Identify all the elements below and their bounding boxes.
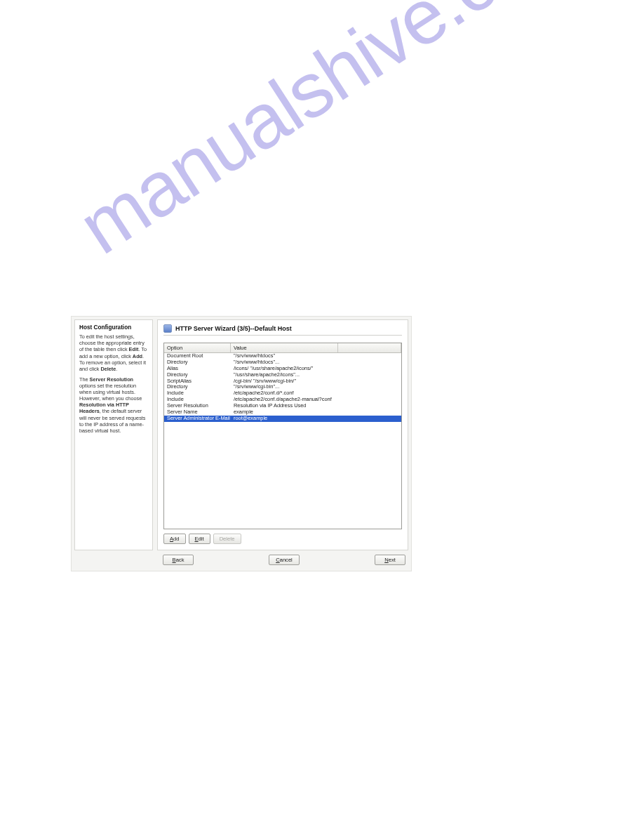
- column-header-value[interactable]: Value: [231, 343, 338, 352]
- cell-option: Directory: [164, 372, 231, 378]
- table-header-row: Option Value: [164, 343, 401, 353]
- table-row[interactable]: Server Administrator E-Mailroot@example: [164, 416, 401, 422]
- server-icon: [163, 324, 172, 333]
- table-row[interactable]: Directory"/usr/share/apache2/icons"...: [164, 372, 401, 378]
- cell-option: Server Name: [164, 409, 231, 416]
- main-row: Host Configuration To edit the host sett…: [72, 317, 411, 550]
- sidebar-bold-add: Add: [133, 353, 142, 359]
- cell-value: example: [231, 409, 401, 416]
- delete-button: Delete: [213, 534, 241, 544]
- sidebar-para-1: To edit the host settings, choose the ap…: [79, 333, 148, 372]
- cell-option: ScriptAlias: [164, 378, 231, 385]
- table-row[interactable]: Document Root"/srv/www/htdocs": [164, 353, 401, 359]
- cell-value: "/srv/www/htdocs"...: [231, 359, 401, 366]
- edit-button[interactable]: Edit: [189, 534, 210, 544]
- help-sidebar: Host Configuration To edit the host sett…: [74, 319, 153, 550]
- cell-value: "/usr/share/apache2/icons"...: [231, 372, 401, 378]
- table-row[interactable]: Server ResolutionResolution via IP Addre…: [164, 403, 401, 409]
- content-header: HTTP Server Wizard (3/5)--Default Host: [163, 324, 402, 336]
- table-row[interactable]: Include/etc/apache2/conf.d/*.conf: [164, 390, 401, 397]
- cell-option: Directory: [164, 384, 231, 390]
- table-body: Document Root"/srv/www/htdocs"Directory"…: [164, 353, 401, 529]
- cell-option: Directory: [164, 359, 231, 366]
- btn-rest: ack: [176, 557, 185, 563]
- btn-rest: dd: [173, 536, 179, 542]
- watermark-text: manualshive.com: [63, 0, 598, 272]
- cell-value: /etc/apache2/conf.d/apache2-manual?conf: [231, 397, 401, 403]
- options-table[interactable]: Option Value Document Root"/srv/www/htdo…: [163, 343, 402, 529]
- add-button[interactable]: Add: [163, 534, 186, 544]
- table-row[interactable]: Include/etc/apache2/conf.d/apache2-manua…: [164, 397, 401, 403]
- btn-rest: ext: [389, 557, 396, 563]
- wizard-footer: Back Cancel Next: [72, 550, 411, 571]
- sidebar-bold-server-resolution: Server Resolution: [90, 376, 133, 383]
- cell-value: Resolution via IP Address Used: [231, 403, 401, 409]
- cell-option: Server Administrator E-Mail: [164, 416, 231, 422]
- back-button[interactable]: Back: [163, 555, 194, 565]
- cell-option: Include: [164, 390, 231, 397]
- column-header-spacer: [338, 343, 401, 352]
- cell-option: Include: [164, 397, 231, 403]
- cell-option: Alias: [164, 366, 231, 372]
- btn-rest: dit: [199, 536, 204, 542]
- table-row[interactable]: ScriptAlias/cgi-bin/ "/srv/www/cgi-bin/": [164, 378, 401, 385]
- sidebar-text: The: [79, 376, 90, 383]
- table-row[interactable]: Directory"/srv/www/cgi-bin"...: [164, 384, 401, 390]
- table-row[interactable]: Directory"/srv/www/htdocs"...: [164, 359, 401, 366]
- table-row[interactable]: Alias/icons/ "/usr/share/apache2/icons/": [164, 366, 401, 372]
- sidebar-bold-edit: Edit: [129, 346, 139, 352]
- cell-option: Server Resolution: [164, 403, 231, 409]
- cell-value: root@example: [231, 416, 401, 422]
- btn-rest: ancel: [280, 557, 293, 563]
- table-button-row: Add Edit Delete: [163, 534, 402, 544]
- next-button[interactable]: Next: [375, 555, 405, 565]
- sidebar-text: .: [116, 366, 117, 372]
- sidebar-text: options set the resolution when using vi…: [79, 383, 142, 402]
- cell-value: /cgi-bin/ "/srv/www/cgi-bin/": [231, 378, 401, 385]
- table-row[interactable]: Server Nameexample: [164, 409, 401, 416]
- cell-value: "/srv/www/htdocs": [231, 353, 401, 359]
- content-panel: HTTP Server Wizard (3/5)--Default Host O…: [157, 319, 408, 550]
- sidebar-para-2: The Server Resolution options set the re…: [79, 376, 148, 434]
- cell-value: /icons/ "/usr/share/apache2/icons/": [231, 366, 401, 372]
- page-title: HTTP Server Wizard (3/5)--Default Host: [175, 325, 292, 332]
- sidebar-title: Host Configuration: [79, 324, 148, 331]
- cell-value: /etc/apache2/conf.d/*.conf: [231, 390, 401, 397]
- wizard-window: Host Configuration To edit the host sett…: [71, 316, 412, 571]
- cell-option: Document Root: [164, 353, 231, 359]
- sidebar-bold-delete: Delete: [100, 366, 116, 372]
- cell-value: "/srv/www/cgi-bin"...: [231, 384, 401, 390]
- btn-label: Delete: [220, 536, 235, 542]
- column-header-option[interactable]: Option: [164, 343, 231, 352]
- cancel-button[interactable]: Cancel: [269, 555, 300, 565]
